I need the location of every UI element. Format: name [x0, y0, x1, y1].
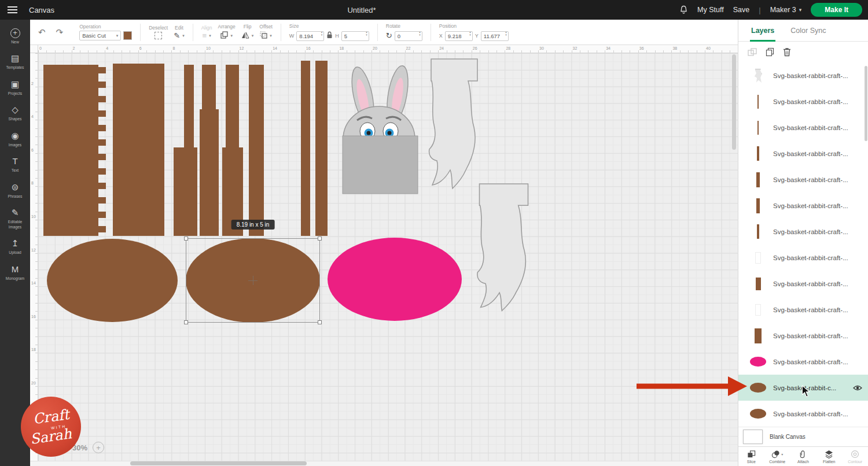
layer-row[interactable]: Svg-basket-rabbit-craft-... [738, 140, 868, 167]
basket-handle-strips[interactable] [174, 61, 328, 236]
sidebar-item-templates[interactable]: ▤Templates [0, 49, 30, 75]
canvas-horizontal-scrollbar-track[interactable] [30, 461, 738, 466]
notifications-bell-icon[interactable] [679, 5, 688, 14]
grass-shape-2[interactable] [477, 184, 528, 311]
basket-side-panel-b[interactable] [113, 64, 164, 236]
editable-images-icon: ✎ [12, 208, 19, 218]
redo-button[interactable]: ↷ [54, 27, 66, 38]
canvas-vertical-scrollbar[interactable] [732, 54, 736, 150]
layer-label: Svg-basket-rabbit-craft-... [773, 202, 848, 209]
group-icon [748, 47, 757, 57]
zoom-in-button[interactable]: + [93, 442, 104, 453]
machine-selector[interactable]: Maker 3 ▾ [770, 6, 802, 14]
chevron-down-icon: ▾ [209, 34, 211, 38]
layer-row[interactable]: Svg-basket-rabbit-craft-... [738, 62, 868, 88]
sidebar-item-monogram[interactable]: MMonogram [0, 260, 30, 286]
monogram-label: Monogram [2, 276, 28, 281]
height-label: H [335, 33, 339, 39]
combine-button[interactable]: ▾Combine [764, 447, 790, 466]
stepper-icon[interactable] [469, 31, 471, 36]
layer-row[interactable]: Svg-basket-rabbit-craft-... [738, 167, 868, 193]
stepper-icon[interactable] [366, 31, 367, 36]
layers-panel-scrollbar[interactable] [865, 66, 867, 141]
attach-button[interactable]: Attach [790, 447, 816, 466]
deselect-icon[interactable] [155, 32, 162, 39]
basket-base-ellipse-brown-1[interactable] [47, 239, 178, 322]
make-it-button[interactable]: Make It [811, 3, 862, 17]
visibility-eye-icon[interactable] [853, 384, 862, 391]
y-position-input[interactable] [481, 31, 509, 41]
rotate-input[interactable] [395, 31, 422, 41]
width-input[interactable] [296, 31, 324, 41]
my-stuff-link[interactable]: My Stuff [697, 6, 724, 14]
chevron-down-icon: ▾ [270, 34, 272, 38]
deselect-label: Deselect [149, 25, 168, 31]
stepper-icon[interactable] [419, 31, 421, 36]
duplicate-icon[interactable] [766, 47, 774, 57]
sidebar-item-shapes[interactable]: ◇Shapes [0, 101, 30, 126]
rotate-icon[interactable]: ↻ [386, 32, 392, 39]
operation-color-swatch[interactable] [123, 31, 132, 40]
offset-label: Offset [259, 24, 273, 29]
flatten-button[interactable]: Flatten [816, 447, 842, 466]
operation-label: Operation [79, 24, 101, 29]
layer-row[interactable]: Svg-basket-rabbit-craft-... [738, 219, 868, 245]
tab-color-sync[interactable]: Color Sync [790, 20, 826, 42]
layer-thumbnail [749, 121, 767, 135]
layer-row[interactable]: Svg-basket-rabbit-craft-... [738, 323, 868, 349]
arrange-icon[interactable] [220, 31, 228, 41]
sidebar-item-text[interactable]: TText [0, 152, 30, 177]
slice-button[interactable]: Slice [738, 447, 764, 466]
arrange-label: Arrange [218, 24, 236, 29]
slice-label: Slice [747, 460, 756, 464]
layer-row[interactable]: Svg-basket-rabbit-craft-... [738, 114, 868, 140]
delete-trash-icon[interactable] [783, 47, 791, 57]
tab-layers[interactable]: Layers [751, 20, 774, 42]
layer-row[interactable]: Svg-basket-rabbit-craft-... [738, 401, 868, 427]
topbar-divider: | [759, 6, 760, 14]
layer-thumbnail [749, 252, 767, 264]
layer-row[interactable]: Svg-basket-rabbit-craft-... [738, 297, 868, 323]
stepper-icon[interactable] [321, 31, 323, 36]
edit-pencil-icon[interactable]: ✎ [174, 32, 180, 39]
basket-base-ellipse-pink[interactable] [328, 238, 462, 321]
layer-actions-bar: Slice▾CombineAttachFlattenContour [738, 446, 868, 466]
rotate-label: Rotate [386, 23, 400, 29]
canvas-grid[interactable]: 8.19 in x 5 in [38, 53, 738, 466]
grass-shape-1[interactable] [429, 59, 477, 188]
layer-row[interactable]: Svg-basket-rabbit-craft-... [738, 88, 868, 114]
canvas-horizontal-scrollbar-thumb[interactable] [130, 461, 307, 465]
save-link[interactable]: Save [733, 6, 750, 14]
sidebar-item-new[interactable]: +New [0, 24, 30, 49]
undo-button[interactable]: ↶ [36, 27, 48, 38]
align-label: Align [201, 25, 212, 31]
canvas-area[interactable]: 0246810121416182022242628303234363840 24… [30, 45, 738, 466]
x-position-input[interactable] [445, 31, 473, 41]
sidebar-item-editable-images[interactable]: ✎Editable Images [0, 204, 30, 234]
hamburger-menu-icon[interactable] [2, 0, 22, 20]
size-tooltip: 8.19 in x 5 in [231, 220, 275, 230]
layer-row[interactable]: Svg-basket-rabbit-c... [738, 375, 868, 401]
blank-canvas-row[interactable]: Blank Canvas [738, 427, 868, 446]
sidebar-item-upload[interactable]: ↥Upload [0, 234, 30, 260]
layer-thumbnail [749, 172, 767, 187]
basket-side-panel-a[interactable] [43, 65, 106, 236]
operation-select[interactable]: Basic Cut ▾ [79, 31, 121, 40]
layer-row[interactable]: Svg-basket-rabbit-craft-... [738, 245, 868, 271]
stepper-icon[interactable] [505, 31, 507, 36]
canvas-shapes [38, 53, 738, 466]
height-input[interactable] [341, 31, 369, 41]
layer-row[interactable]: Svg-basket-rabbit-craft-... [738, 193, 868, 219]
sidebar-item-projects[interactable]: ▣Projects [0, 75, 30, 101]
size-lock-icon[interactable] [326, 31, 333, 41]
offset-icon[interactable] [260, 31, 267, 41]
flip-icon[interactable] [241, 31, 249, 41]
sidebar-item-images[interactable]: ◉Images [0, 127, 30, 152]
ruler-horizontal: 0246810121416182022242628303234363840 [38, 45, 738, 53]
upload-label: Upload [2, 250, 28, 255]
sidebar-item-phrases[interactable]: ⊜Phrases [0, 178, 30, 204]
layer-row[interactable]: Svg-basket-rabbit-craft-... [738, 271, 868, 297]
shapes-icon: ◇ [12, 105, 19, 115]
bunny-peeking-shape[interactable] [343, 64, 418, 194]
layer-row[interactable]: Svg-basket-rabbit-craft-... [738, 349, 868, 375]
